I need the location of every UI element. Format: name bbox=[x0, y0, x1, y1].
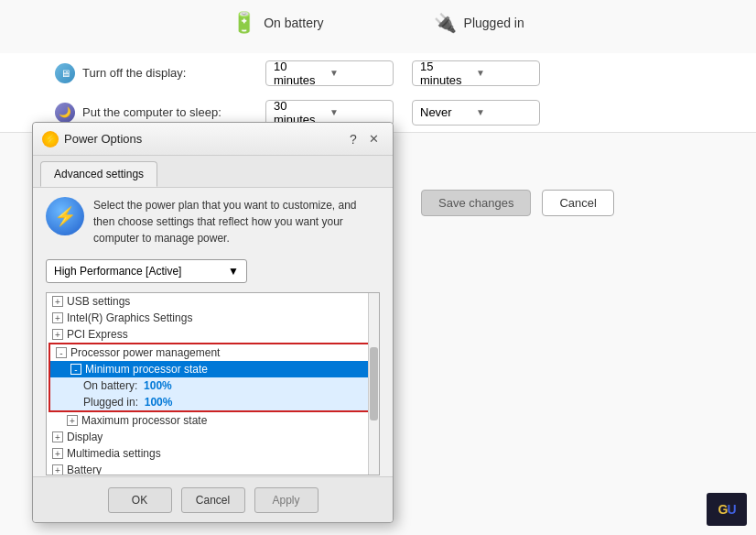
on-battery-header: 🔋 On battery bbox=[232, 11, 323, 35]
power-options-dialog: ⚡ Power Options ? ✕ Advanced settings ⚡ … bbox=[32, 122, 394, 523]
on-battery-pct-label: On battery: 100% bbox=[83, 379, 370, 392]
power-plan-icon: ⚡ bbox=[46, 197, 84, 235]
power-options-icon: ⚡ bbox=[42, 131, 59, 147]
battery-display-dropdown[interactable]: 10 minutes ▼ bbox=[265, 60, 394, 86]
plugged-sleep-value: Never bbox=[420, 105, 476, 119]
tree-item-usb[interactable]: + USB settings bbox=[47, 293, 379, 310]
tree-item-multimedia[interactable]: + Multimedia settings bbox=[47, 445, 379, 462]
chevron-down-icon: ▼ bbox=[329, 68, 385, 78]
header-row: 🔋 On battery 🔌 Plugged in bbox=[0, 11, 756, 35]
sleep-label: Put the computer to sleep: bbox=[82, 105, 221, 119]
plugged-percent: 100% bbox=[145, 396, 173, 409]
on-battery-percent: 100% bbox=[144, 379, 172, 392]
logo-box: G U bbox=[707, 493, 747, 526]
plugged-display-value: 15 minutes bbox=[420, 60, 476, 87]
on-battery-label: On battery bbox=[264, 16, 323, 30]
plugged-in-header: 🔌 Plugged in bbox=[434, 12, 524, 34]
tree-item-intel-graphics[interactable]: + Intel(R) Graphics Settings bbox=[47, 310, 379, 326]
battery-icon: 🔋 bbox=[232, 11, 256, 35]
chevron-down-icon3: ▼ bbox=[329, 107, 385, 117]
chevron-down-icon2: ▼ bbox=[476, 68, 532, 78]
plugged-in-label: Plugged in bbox=[464, 16, 524, 30]
plan-chevron-icon: ▼ bbox=[228, 265, 239, 278]
battery-tree-label: Battery bbox=[67, 464, 373, 475]
plan-label: High Performance [Active] bbox=[54, 265, 181, 278]
plugged-sleep-dropdown[interactable]: Never ▼ bbox=[412, 100, 540, 126]
help-button[interactable]: ? bbox=[343, 129, 363, 149]
tree-item-max-processor[interactable]: + Maximum processor state bbox=[47, 412, 379, 429]
tree-container[interactable]: + USB settings + Intel(R) Graphics Setti… bbox=[46, 292, 380, 475]
dialog-title: Power Options bbox=[64, 132, 343, 146]
display-label-container: 🖥 Turn off the display: bbox=[55, 63, 265, 83]
plan-dropdown[interactable]: High Performance [Active] ▼ bbox=[46, 259, 247, 283]
processor-mgmt-label: Processor power management bbox=[70, 346, 370, 359]
dialog-titlebar: ⚡ Power Options ? ✕ bbox=[33, 123, 393, 156]
expand-icon-display[interactable]: + bbox=[52, 431, 63, 442]
tree-item-display[interactable]: + Display bbox=[47, 429, 379, 445]
sleep-label-container: 🌙 Put the computer to sleep: bbox=[55, 103, 265, 123]
usb-settings-label: USB settings bbox=[67, 295, 373, 308]
display-tree-label: Display bbox=[67, 431, 373, 443]
expand-icon-processor[interactable]: - bbox=[56, 347, 67, 358]
tab-advanced-settings[interactable]: Advanced settings bbox=[40, 161, 157, 187]
display-label: Turn off the display: bbox=[82, 66, 186, 80]
battery-display-value: 10 minutes bbox=[274, 60, 329, 87]
tree-item-min-processor[interactable]: - Minimum processor state bbox=[50, 361, 375, 377]
multimedia-label: Multimedia settings bbox=[67, 447, 373, 460]
pci-express-label: PCI Express bbox=[67, 328, 373, 341]
intro-text: Select the power plan that you want to c… bbox=[93, 197, 380, 246]
dialog-intro: ⚡ Select the power plan that you want to… bbox=[46, 197, 380, 246]
sleep-icon: 🌙 bbox=[55, 103, 75, 123]
dialog-tabs: Advanced settings bbox=[33, 156, 393, 188]
tree-item-plugged-pct[interactable]: Plugged in: 100% bbox=[50, 394, 375, 410]
plugged-pct-label: Plugged in: 100% bbox=[83, 396, 370, 409]
logo-right: U bbox=[727, 502, 735, 517]
scrollbar-thumb bbox=[370, 347, 378, 420]
dialog-bottom-buttons: OK Cancel Apply bbox=[33, 476, 393, 522]
expand-icon-multimedia[interactable]: + bbox=[52, 448, 63, 459]
expand-icon-battery[interactable]: + bbox=[52, 464, 63, 475]
dialog-content-area: ⚡ Select the power plan that you want to… bbox=[33, 188, 393, 518]
close-button[interactable]: ✕ bbox=[363, 129, 383, 149]
display-icon: 🖥 bbox=[55, 63, 75, 83]
expand-icon-pci[interactable]: + bbox=[52, 329, 63, 340]
highlighted-group: - Processor power management - Minimum p… bbox=[49, 343, 377, 412]
tree-item-pci[interactable]: + PCI Express bbox=[47, 326, 379, 343]
plugged-icon: 🔌 bbox=[434, 12, 457, 34]
watermark: G U bbox=[705, 491, 749, 528]
display-row: 🖥 Turn off the display: 10 minutes ▼ 15 … bbox=[0, 53, 756, 93]
min-processor-label: Minimum processor state bbox=[85, 363, 370, 376]
logo-left: G bbox=[718, 502, 727, 517]
max-processor-label: Maximum processor state bbox=[81, 414, 373, 427]
chevron-down-icon4: ▼ bbox=[476, 107, 532, 117]
ok-button[interactable]: OK bbox=[108, 487, 172, 513]
dialog-cancel-button[interactable]: Cancel bbox=[181, 487, 245, 513]
expand-icon-usb[interactable]: + bbox=[52, 296, 63, 307]
expand-icon-min-proc[interactable]: - bbox=[70, 364, 81, 375]
apply-button[interactable]: Apply bbox=[254, 487, 319, 513]
tree-scrollbar[interactable] bbox=[368, 293, 379, 475]
action-buttons: Save changes Cancel bbox=[421, 190, 614, 216]
cancel-button[interactable]: Cancel bbox=[542, 190, 613, 216]
tree-item-processor-mgmt[interactable]: - Processor power management bbox=[50, 344, 375, 361]
tree-item-battery[interactable]: + Battery bbox=[47, 462, 379, 475]
intel-graphics-label: Intel(R) Graphics Settings bbox=[67, 311, 373, 324]
expand-icon-max-proc[interactable]: + bbox=[67, 415, 78, 426]
plugged-display-dropdown[interactable]: 15 minutes ▼ bbox=[412, 60, 540, 86]
save-button[interactable]: Save changes bbox=[421, 190, 531, 216]
expand-icon-intel[interactable]: + bbox=[52, 312, 63, 323]
tree-item-on-battery-pct[interactable]: On battery: 100% bbox=[50, 377, 375, 394]
